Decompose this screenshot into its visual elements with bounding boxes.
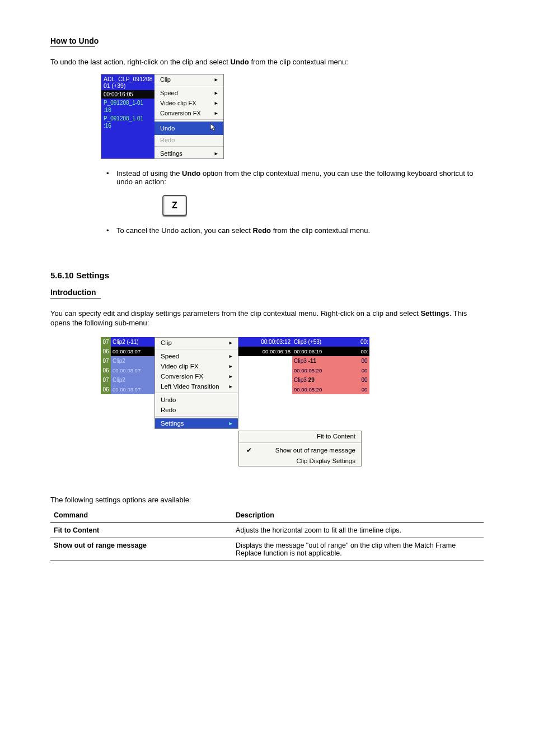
menu-item-clip[interactable]: Clip▶ xyxy=(155,338,238,348)
table-cell-description: Adjusts the horizontal zoom to fit all t… xyxy=(232,523,484,538)
menu-label: Video clip FX xyxy=(161,363,199,370)
chevron-right-icon: ▶ xyxy=(229,374,232,379)
cell-end: 00 xyxy=(359,366,369,375)
settings-menu-screenshot: 07 Clip2 (-11) 00:00:03:12 Clip3 (+53) 0… xyxy=(101,337,369,483)
clip-context-menu: Clip▶ Speed▶ Video clip FX▶ Conversion F… xyxy=(154,337,238,429)
menu-item-conversion-fx[interactable]: Conversion FX▶ xyxy=(154,108,223,118)
menu-label: Speed xyxy=(161,353,179,360)
menu-item-redo: Redo xyxy=(154,135,223,145)
menu-item-video-clip-fx[interactable]: Video clip FX▶ xyxy=(155,361,238,371)
options-table: Command Description Fit to Content Adjus… xyxy=(50,508,484,561)
menu-label: Settings xyxy=(160,150,182,157)
menu-label: Fit to Content xyxy=(317,433,355,440)
table-header-description: Description xyxy=(232,508,484,523)
clip-header: ADL_CLP_091208_1-01 (+39) xyxy=(101,74,154,90)
row-num: 07 xyxy=(101,356,111,366)
undo-menu-screenshot: ADL_CLP_091208_1-01 (+39) 00:00:16:05 P_… xyxy=(101,74,224,159)
menu-label: Conversion FX xyxy=(161,373,203,380)
clip-row-sub: :16 xyxy=(101,107,154,114)
cell-end: 00 xyxy=(359,356,369,366)
menu-item-clip[interactable]: Clip▶ xyxy=(154,74,223,85)
table-row: Fit to Content Adjusts the horizontal zo… xyxy=(50,523,484,538)
undo-paragraph-full: To undo the last action, right-click on … xyxy=(50,57,484,67)
menu-label: Video clip FX xyxy=(160,100,196,106)
settings-paragraph: You can specify edit and display setting… xyxy=(50,309,484,328)
menu-label: Show out of range message xyxy=(275,447,355,454)
menu-label: Clip xyxy=(161,339,172,346)
menu-item-conversion-fx[interactable]: Conversion FX▶ xyxy=(155,371,238,381)
cell-end: 00 xyxy=(359,375,369,385)
submenu-item-clip-display-settings[interactable]: Clip Display Settings xyxy=(239,456,361,466)
menu-item-undo[interactable]: Undo xyxy=(154,122,223,135)
offset-text: 29 xyxy=(308,377,315,383)
bullet-text: Instead of using the Undo option from th… xyxy=(116,169,484,186)
table-header-command: Command xyxy=(50,508,232,523)
check-icon: ✔ xyxy=(245,446,254,454)
row-num: 06 xyxy=(101,347,111,356)
cell-tc: 00:00:03:07 xyxy=(111,347,159,356)
menu-item-left-video-transition[interactable]: Left Video Transition▶ xyxy=(155,381,238,391)
chevron-right-icon: ▶ xyxy=(229,421,232,426)
keycap-z: Z xyxy=(162,195,187,216)
menu-label: Left Video Transition xyxy=(161,383,219,390)
submenu-item-fit-to-content[interactable]: Fit to Content xyxy=(239,431,361,441)
bullet-text: To cancel the Undo action, you can selec… xyxy=(116,226,484,235)
cell-tc: 00:00:03:07 xyxy=(111,385,159,394)
menu-item-settings[interactable]: Settings▶ xyxy=(154,148,223,158)
introduction-heading: Introduction xyxy=(50,288,484,297)
table-cell-description: Displays the message "out of range" on t… xyxy=(232,538,484,561)
cell-end: 00: xyxy=(359,337,369,347)
menu-label: Clip xyxy=(160,76,171,83)
menu-item-settings[interactable]: Settings▶ xyxy=(155,418,238,428)
cell-tc: 00:00:05:20 xyxy=(292,366,359,375)
section-heading: 5.6.10 Settings xyxy=(50,270,484,280)
menu-item-speed[interactable]: Speed▶ xyxy=(155,351,238,361)
cell-clip: Clip2 (-11) xyxy=(111,337,159,347)
bullet-item: • Instead of using the Undo option from … xyxy=(106,169,484,186)
row-num: 06 xyxy=(101,385,111,394)
bullet-icon: • xyxy=(106,169,116,178)
chevron-right-icon: ▶ xyxy=(229,384,232,389)
clip-context-menu: Clip▶ Speed▶ Video clip FX▶ Conversion F… xyxy=(154,74,223,158)
menu-label: Undo xyxy=(161,396,176,403)
options-paragraph: The following settings options are avail… xyxy=(50,495,484,505)
clip-row-sub: :16 xyxy=(101,123,154,130)
row-num: 07 xyxy=(101,337,111,347)
cell-end: 00 xyxy=(359,385,369,394)
menu-item-undo[interactable]: Undo xyxy=(155,395,238,405)
table-cell-command: Fit to Content xyxy=(50,523,232,538)
menu-item-video-clip-fx[interactable]: Video clip FX▶ xyxy=(154,98,223,108)
menu-label: Undo xyxy=(160,125,175,132)
row-num: 07 xyxy=(101,375,111,385)
menu-label: Conversion FX xyxy=(160,110,201,116)
how-to-undo-heading: How to Undo xyxy=(50,36,484,45)
cell-end: 00: xyxy=(359,347,369,356)
bullet-item: • To cancel the Undo action, you can sel… xyxy=(106,226,484,235)
underline xyxy=(50,46,95,47)
clip-tc: 00:00:16:05 xyxy=(101,90,154,99)
menu-item-redo[interactable]: Redo xyxy=(155,405,238,415)
chevron-right-icon: ▶ xyxy=(215,77,218,82)
cell-clip: Clip2 xyxy=(111,375,159,385)
cell-clip: Clip3 (+53) xyxy=(292,337,359,347)
cell-text: Clip3 xyxy=(294,377,307,383)
bullet-icon: • xyxy=(106,226,116,235)
underline xyxy=(50,298,101,298)
offset-text: -11 xyxy=(308,358,316,364)
chevron-right-icon: ▶ xyxy=(215,110,218,116)
cell-tc: 00:00:03:07 xyxy=(111,366,159,375)
cell-text: Clip3 xyxy=(294,358,307,364)
menu-item-speed[interactable]: Speed▶ xyxy=(154,88,223,98)
chevron-right-icon: ▶ xyxy=(215,100,218,106)
cell-clip-red: Clip3 -11 xyxy=(292,356,359,366)
chevron-right-icon: ▶ xyxy=(215,90,218,96)
settings-submenu: Fit to Content ✔Show out of range messag… xyxy=(238,431,362,466)
chevron-right-icon: ▶ xyxy=(215,151,218,156)
menu-label: Settings xyxy=(161,420,184,427)
submenu-item-show-out-of-range[interactable]: ✔Show out of range message xyxy=(239,445,361,456)
clip-row-label: P_091208_1-01 xyxy=(101,114,154,123)
cell-tc: 00:00:06:19 xyxy=(292,347,359,356)
table-row: Show out of range message Displays the m… xyxy=(50,538,484,561)
menu-label: Redo xyxy=(160,137,175,143)
table-cell-command: Show out of range message xyxy=(50,538,232,561)
